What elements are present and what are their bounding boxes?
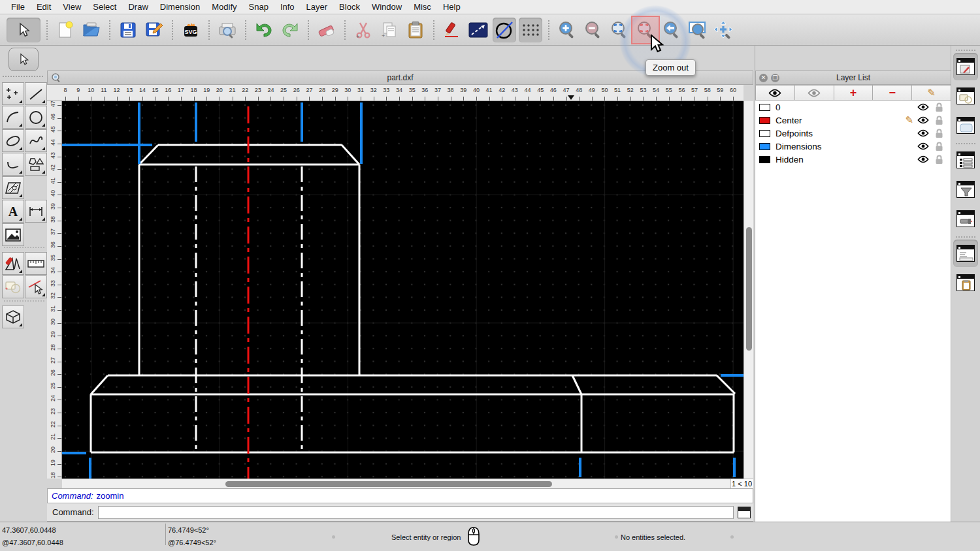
cad-line-white[interactable] (139, 145, 158, 165)
grid-toggle-button[interactable] (519, 18, 542, 42)
menu-item-snap[interactable]: Snap (243, 2, 274, 12)
lock-icon[interactable] (935, 155, 943, 165)
menu-item-info[interactable]: Info (274, 2, 301, 12)
menu-item-view[interactable]: View (57, 2, 87, 12)
menu-item-modify[interactable]: Modify (206, 2, 242, 12)
eye-icon[interactable] (917, 129, 929, 137)
cad-line-white[interactable] (717, 375, 735, 394)
block-tools-button[interactable] (2, 276, 24, 298)
measure-tool-button[interactable] (25, 252, 47, 275)
cad-line-white[interactable] (342, 145, 359, 165)
vertical-scrollbar-thumb[interactable] (746, 227, 752, 351)
hatch-tool-button[interactable] (2, 176, 24, 199)
lock-icon[interactable] (935, 116, 943, 125)
dock-library-widget-button[interactable] (953, 112, 978, 139)
hide-all-layers-button[interactable] (795, 85, 834, 101)
dock-light-widget-button[interactable] (953, 205, 978, 232)
select-tool-button[interactable] (7, 18, 41, 42)
zoom-out-button[interactable] (581, 18, 605, 42)
lock-icon[interactable] (935, 129, 943, 138)
menu-item-edit[interactable]: Edit (31, 2, 57, 12)
pen-tool-button[interactable] (440, 18, 464, 42)
spline-tool-button[interactable] (25, 129, 47, 152)
command-window-toggle-button[interactable] (738, 507, 751, 518)
layer-row-dimensions[interactable]: Dimensions (755, 140, 951, 153)
vertical-scrollbar[interactable] (743, 101, 753, 479)
add-layer-button[interactable]: + (834, 85, 874, 101)
points-tool-button[interactable] (2, 82, 24, 105)
menu-item-file[interactable]: File (5, 2, 31, 12)
select-entity-tool-button[interactable] (25, 276, 47, 298)
save-as-button[interactable] (142, 18, 166, 42)
menu-item-dimension[interactable]: Dimension (154, 2, 206, 12)
svg-export-button[interactable]: SVG (179, 18, 203, 42)
redo-button[interactable] (278, 18, 302, 42)
eye-icon[interactable] (917, 142, 929, 150)
layer-row-0[interactable]: 0 (755, 101, 951, 114)
zoom-auto-button[interactable] (608, 18, 631, 42)
show-all-layers-button[interactable] (755, 85, 795, 101)
dock-blocks-widget-button[interactable] (953, 82, 978, 110)
layer-color-swatch[interactable] (759, 156, 770, 163)
layer-row-hidden[interactable]: Hidden (755, 153, 951, 166)
undo-button[interactable] (252, 18, 276, 42)
delete-button[interactable] (315, 18, 338, 42)
layer-color-swatch[interactable] (759, 130, 770, 137)
edit-layer-button[interactable]: ✎ (912, 85, 951, 101)
circle-tool-button[interactable] (25, 106, 47, 129)
palette-select-button[interactable] (8, 48, 39, 71)
lock-icon[interactable] (935, 102, 943, 112)
menu-item-help[interactable]: Help (437, 2, 466, 12)
print-preview-button[interactable] (216, 18, 239, 42)
dock-pen-widget-button[interactable] (953, 53, 978, 80)
drawing-canvas[interactable] (62, 101, 743, 479)
zoom-in-button[interactable] (555, 18, 579, 42)
modify-tools-button[interactable] (2, 252, 24, 275)
zoom-pan-button[interactable] (712, 18, 736, 42)
construction-mode-button[interactable] (493, 18, 516, 42)
menu-item-layer[interactable]: Layer (301, 2, 334, 12)
layer-color-swatch[interactable] (759, 143, 770, 150)
layer-row-defpoints[interactable]: Defpoints (755, 127, 951, 140)
menu-item-draw[interactable]: Draw (122, 2, 154, 12)
eye-icon[interactable] (917, 155, 929, 163)
shapes-tool-button[interactable] (25, 153, 47, 176)
menu-item-select[interactable]: Select (87, 2, 122, 12)
layer-color-swatch[interactable] (759, 117, 770, 124)
arc-tool-button[interactable] (2, 106, 24, 129)
cut-button[interactable]: + (351, 18, 375, 42)
ellipse-tool-button[interactable] (2, 129, 24, 152)
dimension-tool-button[interactable] (25, 200, 47, 223)
dock-layer-list-widget-button[interactable] (953, 146, 978, 174)
dock-filter-widget-button[interactable] (953, 176, 978, 203)
layer-row-center[interactable]: Center✎ (755, 114, 951, 127)
zoom-window-button[interactable] (686, 18, 710, 42)
open-file-button[interactable] (80, 18, 103, 42)
lock-icon[interactable] (935, 142, 943, 151)
copy-button[interactable]: + (378, 18, 401, 42)
save-button[interactable] (116, 18, 140, 42)
cad-line-white[interactable] (91, 375, 108, 394)
cad-line-white[interactable] (572, 375, 581, 394)
polyline-tool-button[interactable] (2, 153, 24, 176)
menu-item-misc[interactable]: Misc (408, 2, 437, 12)
layer-color-swatch[interactable] (759, 104, 770, 111)
dock-command-widget-button[interactable] (953, 240, 978, 267)
remove-layer-button[interactable]: − (873, 85, 912, 101)
text-tool-button[interactable]: A (2, 200, 24, 223)
solid-tools-button[interactable] (2, 306, 24, 328)
eye-icon[interactable] (917, 103, 929, 111)
line-tool-button[interactable] (25, 82, 47, 105)
eye-icon[interactable] (917, 116, 929, 124)
menu-item-window[interactable]: Window (366, 2, 408, 12)
paste-button[interactable] (404, 18, 427, 42)
palette-handle[interactable] (3, 76, 43, 77)
line-mode-button[interactable] (466, 18, 490, 42)
new-file-button[interactable] (54, 18, 77, 42)
horizontal-scrollbar[interactable] (62, 479, 730, 488)
menu-item-block[interactable]: Block (333, 2, 366, 12)
command-input[interactable] (98, 506, 734, 519)
dock-clipboard-widget-button[interactable] (953, 269, 978, 296)
image-tool-button[interactable] (2, 223, 24, 246)
horizontal-scrollbar-thumb[interactable] (225, 481, 552, 487)
